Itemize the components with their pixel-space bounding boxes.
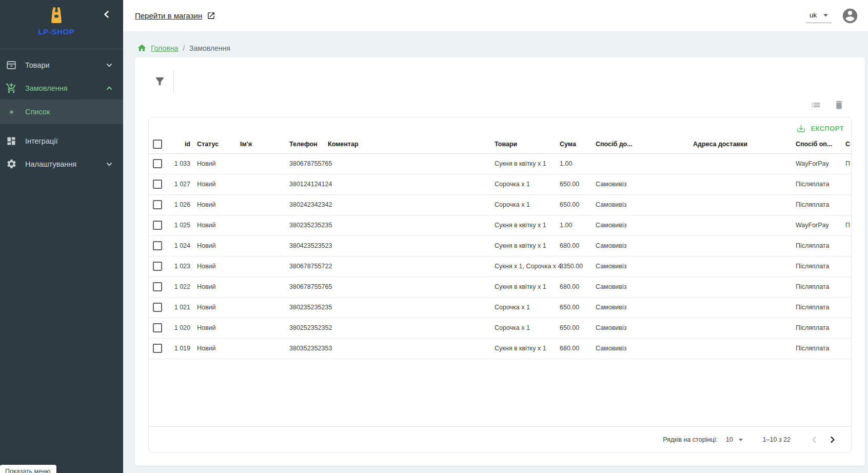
cell-comment xyxy=(328,297,495,318)
cell-id: 1 022 xyxy=(173,277,197,297)
table-row[interactable]: 1 026Новий380242342342Сорочка x 1650.00С… xyxy=(149,194,851,215)
cell-payment: Післяплата xyxy=(796,297,845,318)
cell-products: Сукня x 1, Сорочка x 4 xyxy=(495,256,560,277)
cell-status: Новий xyxy=(197,215,240,235)
cell-phone: 380235235235 xyxy=(289,215,328,235)
cell-select xyxy=(149,338,173,359)
cell-status: Новий xyxy=(197,256,240,277)
cell-name xyxy=(240,318,289,338)
next-page-button[interactable] xyxy=(827,434,838,445)
cell-delivery: Самовивіз xyxy=(596,277,693,297)
go-to-store-link[interactable]: Перейти в магазин xyxy=(135,11,215,20)
cell-phone: 380124124124 xyxy=(289,174,328,194)
table-row[interactable]: 1 022Новий380678755765Сукня в квітку x 1… xyxy=(149,277,851,297)
cell-address xyxy=(693,174,796,194)
row-checkbox[interactable] xyxy=(153,344,162,353)
app-logo[interactable]: LP-SHOP xyxy=(0,5,113,36)
table-row[interactable]: 1 020Новий380252352352Сорочка x 1650.00С… xyxy=(149,318,851,338)
row-checkbox[interactable] xyxy=(153,200,162,209)
cell-name xyxy=(240,174,289,194)
cell-address xyxy=(693,235,796,256)
cell-comment xyxy=(328,194,495,215)
chevron-left-icon xyxy=(103,10,111,18)
gear-icon xyxy=(5,158,17,170)
breadcrumb-home-link[interactable]: Головна xyxy=(137,43,178,53)
user-menu-button[interactable] xyxy=(841,7,859,25)
sidebar-item-settings[interactable]: Налаштування xyxy=(0,152,123,175)
cell-payment: WayForPay xyxy=(796,215,845,235)
cell-id: 1 021 xyxy=(173,297,197,318)
cell-select xyxy=(149,215,173,235)
cell-address xyxy=(693,297,796,318)
sidebar-item-integrations[interactable]: Інтеграції xyxy=(0,129,123,152)
table-row[interactable]: 1 021Новий380235235235Сорочка x 1650.00С… xyxy=(149,297,851,318)
column-header-name: Ім'я xyxy=(240,135,289,153)
add-shopping-cart-icon xyxy=(5,82,17,94)
cell-products: Сорочка x 1 xyxy=(495,318,560,338)
shopping-bag-logo-icon xyxy=(47,5,66,25)
cell-phone: 380678755765 xyxy=(289,153,328,174)
box-icon xyxy=(5,59,17,71)
chevron-left-icon xyxy=(811,436,817,443)
sidebar-collapse-button[interactable] xyxy=(103,10,111,18)
cell-payment_status xyxy=(845,235,851,256)
cell-delivery: Самовивіз xyxy=(596,256,693,277)
previous-page-button[interactable] xyxy=(809,434,819,445)
cell-name xyxy=(240,194,289,215)
row-checkbox[interactable] xyxy=(153,303,162,312)
table-row[interactable]: 1 019Новий380352352353Сукня в квітку x 1… xyxy=(149,338,851,359)
export-row: ЕКСПОРТ xyxy=(149,117,851,135)
cell-phone: 380678755765 xyxy=(289,277,328,297)
trash-icon xyxy=(834,100,844,110)
account-circle-icon xyxy=(841,7,859,25)
cell-address xyxy=(693,153,796,174)
sidebar-item-products[interactable]: Товари xyxy=(0,53,123,76)
table-row[interactable]: 1 027Новий380124124124Сорочка x 1650.00С… xyxy=(149,174,851,194)
sidebar-item-orders-list[interactable]: Список xyxy=(0,100,123,124)
cell-select xyxy=(149,318,173,338)
filter-button[interactable] xyxy=(154,75,167,89)
cell-products: Сукня в квітку x 1 xyxy=(495,338,560,359)
cell-payment_status xyxy=(845,318,851,338)
row-checkbox[interactable] xyxy=(153,323,162,332)
cell-delivery: Самовивіз xyxy=(596,174,693,194)
chevron-up-icon xyxy=(106,85,113,92)
table-row[interactable]: 1 023Новий380678755722Сукня x 1, Сорочка… xyxy=(149,256,851,277)
cell-delivery xyxy=(596,153,693,174)
row-checkbox[interactable] xyxy=(153,262,162,271)
breadcrumb: Головна / Замовлення xyxy=(123,31,868,57)
columns-button[interactable] xyxy=(811,100,821,110)
cell-status: Новий xyxy=(197,194,240,215)
list-toolbar-icons xyxy=(811,100,844,110)
sidebar-gap xyxy=(0,124,123,129)
export-label: ЕКСПОРТ xyxy=(811,125,844,132)
cell-sum: 650.00 xyxy=(560,174,596,194)
row-checkbox[interactable] xyxy=(153,159,162,168)
breadcrumb-separator: / xyxy=(183,44,185,52)
table-row[interactable]: 1 024Новий380423523523Сукня в квітку x 1… xyxy=(149,235,851,256)
row-checkbox[interactable] xyxy=(153,282,162,291)
column-header-phone: Телефон xyxy=(289,135,328,153)
sidebar-item-orders[interactable]: Замовлення xyxy=(0,76,123,100)
column-header-sum: Сума xyxy=(560,135,596,153)
cell-name xyxy=(240,215,289,235)
rows-per-page-select[interactable]: 10 xyxy=(726,436,743,443)
row-checkbox[interactable] xyxy=(153,241,162,250)
go-to-store-label: Перейти в магазин xyxy=(135,11,202,20)
row-checkbox[interactable] xyxy=(153,221,162,230)
export-button[interactable]: ЕКСПОРТ xyxy=(796,124,844,133)
select-all-checkbox[interactable] xyxy=(153,140,162,149)
cell-sum: 680.00 xyxy=(560,235,596,256)
cell-status: Новий xyxy=(197,235,240,256)
cell-payment_status xyxy=(845,277,851,297)
cell-status: Новий xyxy=(197,174,240,194)
language-select[interactable]: uk xyxy=(806,8,832,23)
table-row[interactable]: 1 033Новий380678755765Сукня в квітку x 1… xyxy=(149,153,851,174)
delete-button[interactable] xyxy=(834,100,844,110)
table-row[interactable]: 1 025Новий380235235235Сукня в квітку x 1… xyxy=(149,215,851,235)
cell-comment xyxy=(328,215,495,235)
cell-payment_status xyxy=(845,338,851,359)
cell-payment_status xyxy=(845,256,851,277)
row-checkbox[interactable] xyxy=(153,180,162,189)
sidebar-item-label: Налаштування xyxy=(25,160,106,168)
